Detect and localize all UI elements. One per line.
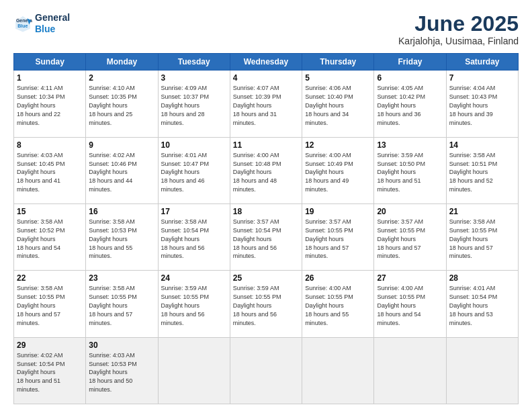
day-info: Sunrise: 4:09 AMSunset: 10:37 PMDaylight… [161, 85, 210, 126]
header: General Blue General Blue June 2025 Karj… [13, 12, 519, 46]
table-row: 9Sunrise: 4:02 AMSunset: 10:46 PMDayligh… [86, 137, 158, 203]
calendar-week-3: 15Sunrise: 3:58 AMSunset: 10:52 PMDaylig… [14, 203, 519, 270]
location-subtitle: Karjalohja, Uusimaa, Finland [398, 36, 519, 46]
table-row: 14Sunrise: 3:58 AMSunset: 10:51 PMDaylig… [446, 137, 518, 203]
table-row: 24Sunrise: 3:59 AMSunset: 10:55 PMDaylig… [158, 271, 230, 337]
day-number: 7 [449, 73, 515, 83]
day-info: Sunrise: 4:03 AMSunset: 10:53 PMDaylight… [89, 352, 137, 393]
table-row: 25Sunrise: 3:59 AMSunset: 10:55 PMDaylig… [230, 271, 302, 337]
calendar-table: Sunday Monday Tuesday Wednesday Thursday… [13, 53, 519, 404]
day-number: 26 [305, 273, 371, 283]
day-info: Sunrise: 4:00 AMSunset: 10:49 PMDaylight… [305, 152, 353, 193]
month-title: June 2025 [398, 12, 519, 36]
table-row: 15Sunrise: 3:58 AMSunset: 10:52 PMDaylig… [14, 203, 86, 270]
day-info: Sunrise: 4:11 AMSunset: 10:34 PMDaylight… [17, 85, 65, 126]
table-row: 18Sunrise: 3:57 AMSunset: 10:54 PMDaylig… [230, 203, 302, 270]
day-info: Sunrise: 4:01 AMSunset: 10:54 PMDaylight… [449, 285, 498, 326]
svg-text:Blue: Blue [17, 24, 28, 28]
table-row: 27Sunrise: 4:00 AMSunset: 10:55 PMDaylig… [374, 271, 446, 337]
logo-text-blue: Blue [35, 24, 70, 35]
calendar-week-5: 29Sunrise: 4:02 AMSunset: 10:54 PMDaylig… [14, 337, 519, 404]
day-number: 9 [89, 140, 154, 150]
logo-text-block: General Blue [35, 12, 70, 35]
table-row: 3Sunrise: 4:09 AMSunset: 10:37 PMDayligh… [158, 71, 230, 137]
logo-icon: General Blue [13, 14, 32, 33]
day-info: Sunrise: 3:57 AMSunset: 10:55 PMDaylight… [377, 218, 425, 259]
day-info: Sunrise: 4:00 AMSunset: 10:48 PMDaylight… [233, 152, 281, 193]
day-number: 30 [89, 340, 154, 351]
day-info: Sunrise: 3:58 AMSunset: 10:52 PMDaylight… [17, 218, 65, 259]
day-info: Sunrise: 4:06 AMSunset: 10:40 PMDaylight… [305, 85, 353, 126]
table-row: 17Sunrise: 3:58 AMSunset: 10:54 PMDaylig… [158, 203, 230, 270]
day-number: 4 [233, 73, 299, 83]
col-monday: Monday [86, 54, 158, 71]
table-row: 19Sunrise: 3:57 AMSunset: 10:55 PMDaylig… [302, 203, 374, 270]
table-row: 5Sunrise: 4:06 AMSunset: 10:40 PMDayligh… [302, 71, 374, 137]
day-info: Sunrise: 4:07 AMSunset: 10:39 PMDaylight… [233, 85, 281, 126]
col-tuesday: Tuesday [158, 54, 230, 71]
calendar-week-4: 22Sunrise: 3:58 AMSunset: 10:55 PMDaylig… [14, 271, 519, 337]
day-info: Sunrise: 3:58 AMSunset: 10:55 PMDaylight… [449, 218, 498, 259]
day-number: 24 [161, 273, 227, 283]
day-number: 16 [89, 206, 154, 217]
day-info: Sunrise: 4:02 AMSunset: 10:46 PMDaylight… [89, 152, 137, 193]
table-row [302, 337, 374, 404]
day-info: Sunrise: 3:58 AMSunset: 10:55 PMDaylight… [89, 285, 137, 326]
day-number: 13 [377, 140, 443, 150]
day-info: Sunrise: 4:04 AMSunset: 10:43 PMDaylight… [449, 85, 498, 126]
table-row: 11Sunrise: 4:00 AMSunset: 10:48 PMDaylig… [230, 137, 302, 203]
day-number: 27 [377, 273, 443, 283]
table-row: 26Sunrise: 4:00 AMSunset: 10:55 PMDaylig… [302, 271, 374, 337]
table-row: 29Sunrise: 4:02 AMSunset: 10:54 PMDaylig… [14, 337, 86, 404]
table-row: 8Sunrise: 4:03 AMSunset: 10:45 PMDayligh… [14, 137, 86, 203]
table-row: 20Sunrise: 3:57 AMSunset: 10:55 PMDaylig… [374, 203, 446, 270]
day-info: Sunrise: 3:58 AMSunset: 10:51 PMDaylight… [449, 152, 498, 193]
day-number: 29 [17, 340, 83, 351]
day-info: Sunrise: 3:59 AMSunset: 10:55 PMDaylight… [161, 285, 210, 326]
table-row: 7Sunrise: 4:04 AMSunset: 10:43 PMDayligh… [446, 71, 518, 137]
table-row [158, 337, 230, 404]
day-number: 25 [233, 273, 299, 283]
day-number: 10 [161, 140, 227, 150]
table-row [374, 337, 446, 404]
day-number: 3 [161, 73, 227, 83]
table-row: 4Sunrise: 4:07 AMSunset: 10:39 PMDayligh… [230, 71, 302, 137]
day-number: 17 [161, 206, 227, 217]
table-row: 16Sunrise: 3:58 AMSunset: 10:53 PMDaylig… [86, 203, 158, 270]
logo: General Blue General Blue [13, 12, 70, 35]
day-info: Sunrise: 3:58 AMSunset: 10:53 PMDaylight… [89, 218, 137, 259]
day-number: 5 [305, 73, 371, 83]
col-saturday: Saturday [446, 54, 518, 71]
day-number: 14 [449, 140, 515, 150]
page: General Blue General Blue June 2025 Karj… [0, 0, 532, 411]
day-info: Sunrise: 3:59 AMSunset: 10:50 PMDaylight… [377, 152, 425, 193]
table-row: 1Sunrise: 4:11 AMSunset: 10:34 PMDayligh… [14, 71, 86, 137]
day-number: 19 [305, 206, 371, 217]
table-row: 10Sunrise: 4:01 AMSunset: 10:47 PMDaylig… [158, 137, 230, 203]
table-row: 12Sunrise: 4:00 AMSunset: 10:49 PMDaylig… [302, 137, 374, 203]
calendar-header-row: Sunday Monday Tuesday Wednesday Thursday… [14, 54, 519, 71]
day-info: Sunrise: 3:59 AMSunset: 10:55 PMDaylight… [233, 285, 281, 326]
table-row [230, 337, 302, 404]
day-info: Sunrise: 4:10 AMSunset: 10:35 PMDaylight… [89, 85, 137, 126]
calendar-week-2: 8Sunrise: 4:03 AMSunset: 10:45 PMDayligh… [14, 137, 519, 203]
day-number: 6 [377, 73, 443, 83]
table-row: 28Sunrise: 4:01 AMSunset: 10:54 PMDaylig… [446, 271, 518, 337]
col-wednesday: Wednesday [230, 54, 302, 71]
day-info: Sunrise: 4:05 AMSunset: 10:42 PMDaylight… [377, 85, 425, 126]
day-number: 20 [377, 206, 443, 217]
day-number: 1 [17, 73, 83, 83]
day-number: 8 [17, 140, 83, 150]
title-block: June 2025 Karjalohja, Uusimaa, Finland [398, 12, 519, 46]
table-row: 13Sunrise: 3:59 AMSunset: 10:50 PMDaylig… [374, 137, 446, 203]
day-info: Sunrise: 3:58 AMSunset: 10:54 PMDaylight… [161, 218, 210, 259]
table-row: 30Sunrise: 4:03 AMSunset: 10:53 PMDaylig… [86, 337, 158, 404]
day-number: 22 [17, 273, 83, 283]
table-row: 6Sunrise: 4:05 AMSunset: 10:42 PMDayligh… [374, 71, 446, 137]
day-info: Sunrise: 4:01 AMSunset: 10:47 PMDaylight… [161, 152, 210, 193]
day-number: 18 [233, 206, 299, 217]
day-info: Sunrise: 3:58 AMSunset: 10:55 PMDaylight… [17, 285, 65, 326]
logo-text-general: General [35, 12, 70, 24]
table-row: 23Sunrise: 3:58 AMSunset: 10:55 PMDaylig… [86, 271, 158, 337]
day-info: Sunrise: 3:57 AMSunset: 10:55 PMDaylight… [305, 218, 353, 259]
